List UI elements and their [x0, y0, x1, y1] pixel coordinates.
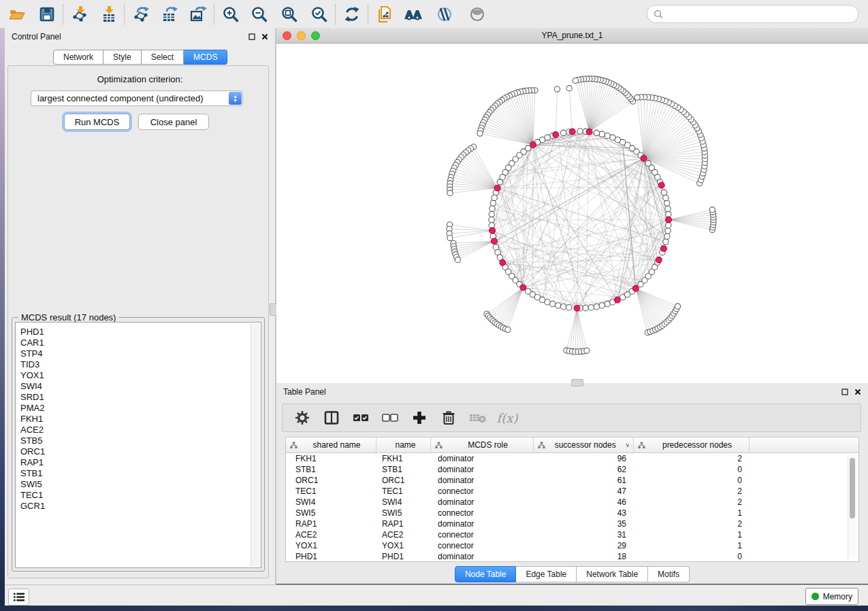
- graph-leaf-node[interactable]: [455, 257, 460, 263]
- graph-mcds-node[interactable]: [489, 227, 496, 233]
- table-row[interactable]: SWI5SWI5connector431: [286, 508, 858, 518]
- task-history-button[interactable]: [8, 589, 29, 606]
- mcds-result-item[interactable]: STB1: [16, 468, 261, 479]
- save-session-button[interactable]: [35, 3, 59, 25]
- graph-mcds-node[interactable]: [586, 129, 592, 135]
- optimization-criterion-select[interactable]: largest connected component (undirected)…: [31, 90, 243, 106]
- graph-node[interactable]: [610, 135, 615, 140]
- mcds-result-item[interactable]: STB5: [16, 435, 261, 446]
- graph-node[interactable]: [497, 179, 502, 184]
- graph-node[interactable]: [489, 206, 495, 212]
- tab-motifs[interactable]: Motifs: [648, 566, 690, 582]
- export-network-button[interactable]: [129, 3, 152, 25]
- table-row[interactable]: PHD1PHD1dominator180: [286, 551, 858, 562]
- search-field[interactable]: [647, 5, 858, 23]
- graph-node[interactable]: [599, 303, 605, 308]
- mcds-result-item[interactable]: TEC1: [16, 490, 261, 501]
- column-header-successor-nodes[interactable]: successor nodes∨: [534, 437, 634, 452]
- search-network-button[interactable]: [402, 3, 425, 25]
- zoom-fit-button[interactable]: [278, 3, 301, 25]
- export-table-button[interactable]: [158, 3, 181, 25]
- float-panel-icon[interactable]: [248, 33, 255, 40]
- close-panel-icon[interactable]: [261, 33, 268, 40]
- graph-node[interactable]: [599, 131, 605, 137]
- import-network-button[interactable]: [68, 3, 91, 25]
- graph-mcds-node[interactable]: [494, 185, 500, 191]
- deselect-all-button[interactable]: [381, 409, 399, 427]
- graph-node[interactable]: [560, 130, 566, 135]
- graph-leaf-node[interactable]: [505, 327, 511, 333]
- graph-leaf-node[interactable]: [554, 86, 560, 92]
- graph-leaf-node[interactable]: [447, 191, 453, 196]
- show-columns-button[interactable]: [323, 409, 340, 427]
- graph-mcds-node[interactable]: [574, 306, 580, 312]
- mcds-result-item[interactable]: SRD1: [16, 392, 261, 403]
- graph-leaf-node[interactable]: [675, 303, 680, 309]
- network-canvas[interactable]: [276, 44, 868, 383]
- table-row[interactable]: RAP1RAP1dominator352: [286, 518, 858, 529]
- table-row[interactable]: FKH1FKH1dominator962: [286, 453, 858, 464]
- clone-network-button[interactable]: [373, 3, 396, 25]
- table-scrollbar-thumb[interactable]: [850, 458, 855, 518]
- graph-node[interactable]: [490, 200, 496, 205]
- close-panel-icon[interactable]: [854, 389, 861, 395]
- run-mcds-button[interactable]: Run MCDS: [64, 114, 130, 130]
- graph-mcds-node[interactable]: [641, 155, 647, 161]
- table-row[interactable]: ACE2ACE2connector311: [286, 529, 858, 540]
- graph-node[interactable]: [489, 217, 494, 222]
- graph-node[interactable]: [664, 200, 670, 205]
- mcds-result-item[interactable]: ACE2: [16, 425, 261, 435]
- graph-node[interactable]: [492, 195, 497, 201]
- show-hide-button[interactable]: [466, 3, 489, 25]
- table-row[interactable]: ORC1ORC1dominator610: [286, 475, 858, 486]
- graph-mcds-node[interactable]: [658, 182, 664, 188]
- tab-node-table[interactable]: Node Table: [455, 566, 517, 582]
- mcds-result-item[interactable]: ORC1: [16, 446, 261, 457]
- zoom-selected-button[interactable]: [308, 3, 331, 25]
- tab-edge-table[interactable]: Edge Table: [516, 566, 577, 582]
- graph-mcds-node[interactable]: [656, 257, 662, 263]
- zoom-out-button[interactable]: [248, 3, 271, 25]
- refresh-button[interactable]: [340, 3, 364, 25]
- graph-leaf-node[interactable]: [477, 131, 483, 136]
- table-row[interactable]: STB1STB1dominator620: [286, 464, 858, 475]
- mcds-result-item[interactable]: STP4: [16, 348, 261, 359]
- float-panel-icon[interactable]: [841, 389, 848, 395]
- graph-mcds-node[interactable]: [615, 297, 621, 303]
- mcds-result-item[interactable]: YOX1: [16, 370, 261, 381]
- graph-node[interactable]: [605, 301, 610, 306]
- mcds-result-item[interactable]: SWI5: [16, 479, 261, 490]
- graph-node[interactable]: [663, 239, 669, 244]
- mcds-list-scrollbar[interactable]: [251, 323, 260, 567]
- import-table-button[interactable]: [97, 3, 120, 25]
- column-header-shared-name[interactable]: shared name: [286, 437, 376, 452]
- tab-network-table[interactable]: Network Table: [577, 566, 648, 582]
- graph-node[interactable]: [566, 305, 572, 310]
- table-row[interactable]: YOX1YOX1connector291: [286, 540, 858, 551]
- mcds-result-item[interactable]: TID3: [16, 359, 261, 370]
- graph-node[interactable]: [664, 233, 670, 239]
- select-all-button[interactable]: [352, 409, 370, 427]
- graph-node[interactable]: [489, 212, 494, 217]
- mcds-result-item[interactable]: PHD1: [16, 327, 261, 337]
- network-window-titlebar[interactable]: YPA_prune.txt_1: [276, 28, 868, 44]
- mcds-result-item[interactable]: SWI4: [16, 381, 261, 392]
- graph-node[interactable]: [645, 161, 651, 166]
- tab-mcds[interactable]: MCDS: [184, 50, 227, 65]
- table-row[interactable]: SWI4SWI4dominator462: [286, 497, 858, 508]
- graph-leaf-node[interactable]: [573, 78, 578, 83]
- graph-node[interactable]: [594, 304, 599, 310]
- graph-node[interactable]: [556, 303, 561, 308]
- column-header-MCDS-role[interactable]: MCDS role: [431, 437, 534, 452]
- mcds-result-item[interactable]: CAR1: [16, 337, 261, 348]
- graph-node[interactable]: [605, 133, 610, 138]
- mcds-result-item[interactable]: GCR1: [16, 501, 261, 512]
- table-settings-button[interactable]: [293, 409, 311, 427]
- graph-mcds-node[interactable]: [492, 238, 498, 244]
- zoom-in-button[interactable]: [219, 3, 242, 25]
- table-row[interactable]: TEC1TEC1connector472: [286, 486, 858, 497]
- graph-mcds-node[interactable]: [666, 217, 672, 223]
- graph-node[interactable]: [665, 228, 671, 233]
- graph-node[interactable]: [560, 304, 566, 310]
- mcds-result-list[interactable]: PHD1CAR1STP4TID3YOX1SWI4SRD1PMA2FKH1ACE2…: [15, 322, 261, 568]
